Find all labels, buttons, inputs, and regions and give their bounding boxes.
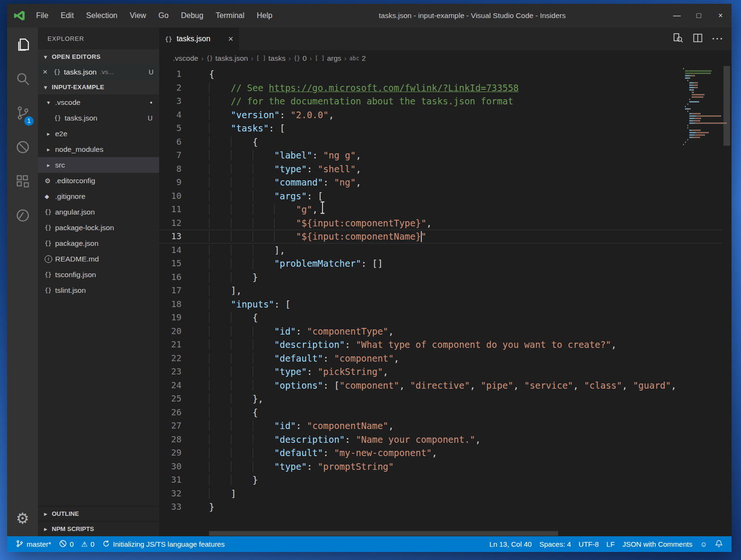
code-line[interactable]: 27 "id": "componentName", — [159, 419, 722, 433]
line-number[interactable]: 11 — [159, 203, 197, 216]
code-line[interactable]: 29 "default": "my-new-component", — [159, 446, 722, 460]
code-line[interactable]: 16 } — [159, 271, 722, 284]
tree-item-gitignore[interactable]: ◆.gitignore — [38, 188, 159, 204]
code-line[interactable]: 15 "problemMatcher": [] — [159, 257, 722, 271]
code-line[interactable]: 12 "${input:componentType}", — [159, 216, 722, 230]
search-icon[interactable] — [7, 63, 38, 97]
status-warnings[interactable]: ⚠0 — [77, 536, 98, 552]
breadcrumb-item-tasks-json[interactable]: {}tasks.json — [205, 54, 249, 63]
tree-item-e2e[interactable]: ▸e2e — [38, 126, 159, 141]
line-number[interactable]: 5 — [159, 121, 197, 135]
line-number[interactable]: 25 — [159, 392, 197, 406]
code-line[interactable]: 3 // for the documentation about the tas… — [159, 94, 722, 108]
line-number[interactable]: 24 — [159, 379, 197, 392]
tree-item-node-modules[interactable]: ▸node_modules — [38, 141, 159, 157]
open-editors-header[interactable]: ▾ OPEN EDITORS — [38, 49, 159, 64]
code-line[interactable]: 4 "version": "2.0.0", — [159, 108, 722, 122]
settings-gear-icon[interactable]: ⚙ — [7, 505, 38, 532]
code-line[interactable]: 33} — [159, 500, 722, 514]
line-number[interactable]: 10 — [159, 189, 197, 203]
horizontal-scrollbar[interactable] — [159, 531, 722, 536]
code-line[interactable]: 13 "${input:componentName}" — [159, 230, 722, 243]
line-number[interactable]: 31 — [159, 473, 197, 487]
line-number[interactable]: 6 — [159, 135, 197, 149]
outline-section-header[interactable]: ▸ OUTLINE — [38, 506, 159, 521]
code-editor[interactable]: 1{2 // See https://go.microsoft.com/fwli… — [159, 66, 732, 536]
npm-scripts-section-header[interactable]: ▸ NPM SCRIPTS — [38, 521, 159, 536]
line-number[interactable]: 4 — [159, 108, 197, 122]
code-lines[interactable]: 1{2 // See https://go.microsoft.com/fwli… — [159, 67, 722, 531]
code-line[interactable]: 32 ] — [159, 487, 722, 501]
code-line[interactable]: 2 // See https://go.microsoft.com/fwlink… — [159, 81, 722, 95]
vertical-scrollbar[interactable] — [722, 66, 732, 536]
line-number[interactable]: 15 — [159, 257, 197, 271]
tree-item-angular-json[interactable]: {}angular.json — [38, 204, 159, 220]
status-eol[interactable]: LF — [603, 536, 619, 552]
breadcrumb-item-0[interactable]: {}0 — [292, 54, 308, 63]
code-line[interactable]: 9 "command": "ng", — [159, 176, 722, 189]
status-errors[interactable]: 0 — [55, 536, 77, 552]
status-feedback[interactable]: ☺ — [696, 536, 711, 552]
code-line[interactable]: 11 "g", — [159, 203, 722, 216]
line-number[interactable]: 20 — [159, 325, 197, 338]
line-number[interactable]: 33 — [159, 500, 197, 514]
line-number[interactable]: 1 — [159, 67, 197, 81]
line-number[interactable]: 27 — [159, 419, 197, 433]
tab-tasks-json[interactable]: {} tasks.json × — [159, 28, 239, 50]
line-number[interactable]: 29 — [159, 446, 197, 460]
tree-item-tslint-json[interactable]: {}tslint.json — [38, 282, 159, 298]
code-line[interactable]: 1{ — [159, 67, 722, 81]
code-line[interactable]: 10 "args": [ — [159, 189, 722, 203]
open-editor-item[interactable]: × {} tasks.json .vs... U — [38, 64, 159, 80]
tree-item-editorconfig[interactable]: ⚙.editorconfig — [38, 173, 159, 188]
line-number[interactable]: 30 — [159, 460, 197, 474]
menu-view[interactable]: View — [124, 4, 152, 28]
code-line[interactable]: 22 "default": "component", — [159, 352, 722, 365]
minimize-button[interactable]: — — [666, 4, 688, 28]
menu-help[interactable]: Help — [251, 4, 279, 28]
source-control-icon[interactable]: 1 — [7, 97, 38, 131]
extension-viewlet-icon[interactable] — [7, 199, 38, 233]
line-number[interactable]: 8 — [159, 162, 197, 176]
breadcrumb-item-vscode[interactable]: .vscode — [171, 54, 200, 63]
status-notifications[interactable] — [711, 536, 727, 552]
code-line[interactable]: 19 { — [159, 311, 722, 325]
tree-item-tasks-json[interactable]: {}tasks.jsonU — [38, 110, 159, 126]
tree-item-src[interactable]: ▸src — [38, 157, 159, 173]
open-changes-icon[interactable] — [672, 32, 684, 46]
chevron-down-icon[interactable]: ▾ — [45, 99, 52, 106]
breadcrumb-item-2[interactable]: abc2 — [348, 54, 367, 63]
tree-item-readme-md[interactable]: iREADME.md — [38, 251, 159, 267]
split-editor-icon[interactable] — [692, 32, 703, 46]
line-number[interactable]: 7 — [159, 149, 197, 162]
menu-file[interactable]: File — [30, 4, 55, 28]
menu-terminal[interactable]: Terminal — [209, 4, 250, 28]
code-line[interactable]: 14 ], — [159, 243, 722, 257]
line-number[interactable]: 32 — [159, 487, 197, 501]
line-number[interactable]: 16 — [159, 271, 197, 284]
debug-icon[interactable] — [7, 131, 38, 165]
maximize-button[interactable]: □ — [688, 4, 710, 28]
project-section-header[interactable]: ▾ INPUT-EXAMPLE — [38, 80, 159, 94]
close-icon[interactable]: × — [43, 67, 50, 77]
code-line[interactable]: 18 "inputs": [ — [159, 298, 722, 311]
extensions-icon[interactable] — [7, 165, 38, 199]
line-number[interactable]: 17 — [159, 284, 197, 298]
code-line[interactable]: 26 { — [159, 406, 722, 420]
code-line[interactable]: 20 "id": "componentType", — [159, 325, 722, 338]
tree-item-tsconfig-json[interactable]: {}tsconfig.json — [38, 267, 159, 282]
breadcrumb-item-tasks[interactable]: [ ]tasks — [255, 54, 287, 63]
status-indentation[interactable]: Spaces: 4 — [535, 536, 575, 552]
code-line[interactable]: 8 "type": "shell", — [159, 162, 722, 176]
explorer-icon[interactable] — [7, 28, 38, 63]
code-line[interactable]: 24 "options": ["component", "directive",… — [159, 379, 722, 392]
chevron-right-icon[interactable]: ▸ — [45, 162, 52, 168]
menu-edit[interactable]: Edit — [55, 4, 80, 28]
line-number[interactable]: 26 — [159, 406, 197, 420]
code-line[interactable]: 5 "tasks": [ — [159, 121, 722, 135]
line-number[interactable]: 2 — [159, 81, 197, 95]
chevron-right-icon[interactable]: ▸ — [45, 146, 52, 153]
tree-item-vscode[interactable]: ▾.vscode● — [38, 94, 159, 110]
tree-item-package-json[interactable]: {}package.json — [38, 235, 159, 251]
more-actions-icon[interactable]: ··· — [712, 34, 724, 44]
